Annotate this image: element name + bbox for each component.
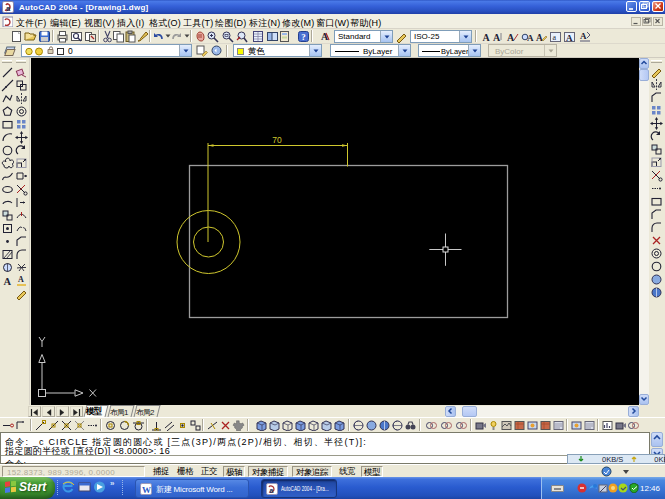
svg-text:A: A — [566, 33, 573, 43]
svg-text:A: A — [4, 276, 12, 287]
svg-text:W: W — [142, 484, 151, 494]
svg-text:a: a — [553, 33, 557, 42]
svg-text:A: A — [527, 33, 534, 43]
svg-text:A: A — [483, 32, 491, 43]
svg-text:A: A — [18, 275, 24, 284]
svg-text:a: a — [270, 486, 274, 493]
svg-text:?: ? — [301, 32, 306, 42]
svg-text:A: A — [493, 32, 501, 43]
svg-text:70: 70 — [272, 135, 282, 145]
svg-text:A: A — [536, 33, 543, 43]
svg-text:A: A — [507, 32, 515, 43]
svg-text:A: A — [580, 31, 587, 41]
